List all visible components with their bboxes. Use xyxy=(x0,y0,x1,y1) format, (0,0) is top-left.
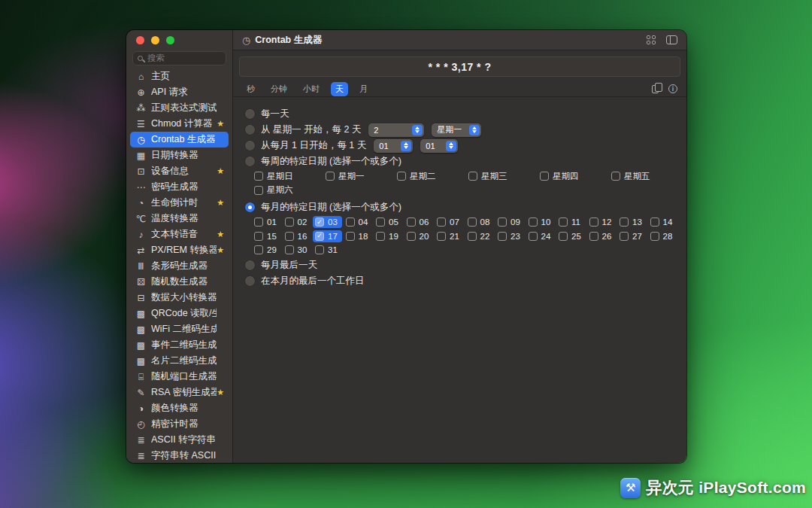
sidebar-item[interactable]: ⌸ 随机端口生成器 ★ xyxy=(130,369,229,385)
weekday-checkbox[interactable]: ✓星期日 xyxy=(254,169,326,184)
sidebar-toggle-icon[interactable] xyxy=(666,35,677,44)
date-checkbox[interactable]: ✓04 xyxy=(346,215,377,230)
date-checkbox[interactable]: ✓19 xyxy=(376,230,407,244)
day-interval-select[interactable]: 01 xyxy=(374,139,413,153)
sidebar-item[interactable]: ▦ 日期转换器 ★ xyxy=(130,148,229,163)
date-checkbox[interactable]: ✓15 xyxy=(254,230,285,244)
date-checkbox[interactable]: ✓30 xyxy=(285,243,316,257)
sidebar-item[interactable]: ≣ ASCII 转字符串 ★ xyxy=(130,432,229,448)
sidebar-item[interactable]: ⊡ 设备信息 ★ xyxy=(130,163,229,179)
date-checkbox[interactable]: ✓24 xyxy=(529,230,559,244)
option-month-interval[interactable]: 从每月 1 日开始，每 1 天 01 01 xyxy=(239,138,676,154)
minimize-button[interactable] xyxy=(151,36,159,44)
option-specific-dates[interactable]: 每月的特定日期 (选择一个或多个) xyxy=(239,199,676,215)
sidebar-item[interactable]: ▩ 事件二维码生成器 ★ xyxy=(130,337,229,353)
copy-icon[interactable] xyxy=(652,85,659,93)
weekday-checkbox[interactable]: ✓星期四 xyxy=(540,169,611,184)
date-checkbox[interactable]: ✓12 xyxy=(589,215,620,230)
close-button[interactable] xyxy=(136,36,144,44)
date-checkbox[interactable]: ✓16 xyxy=(285,230,316,244)
date-checkbox[interactable]: ✓27 xyxy=(620,230,650,244)
checkbox-icon: ✓ xyxy=(315,232,324,241)
option-last-workday[interactable]: 在本月的最后一个工作日 xyxy=(239,273,676,289)
sidebar-item-label: Crontab 生成器 xyxy=(151,133,215,146)
option-specific-weekdays[interactable]: 每周的特定日期 (选择一个或多个) xyxy=(239,154,676,169)
checkbox-icon: ✓ xyxy=(529,232,538,241)
sidebar-item[interactable]: Ⅲ 条形码生成器 ★ xyxy=(130,258,229,274)
sidebar-item[interactable]: ◷ Crontab 生成器 ★ xyxy=(130,132,229,148)
date-checkbox[interactable]: ✓17 xyxy=(315,230,346,244)
date-checkbox[interactable]: ✓08 xyxy=(468,215,498,230)
radio-last-workday[interactable] xyxy=(245,276,255,286)
weekday-checkbox[interactable]: ✓星期一 xyxy=(326,169,397,184)
radio-every-day[interactable] xyxy=(245,109,255,119)
date-checkbox[interactable]: ✓06 xyxy=(407,215,438,230)
radio-specific-weekdays[interactable] xyxy=(245,157,255,166)
tab[interactable]: 分钟 xyxy=(266,82,292,96)
date-checkbox[interactable]: ✓09 xyxy=(498,215,529,230)
sidebar-item[interactable]: ◑ 颜色转换器 ★ xyxy=(130,400,229,416)
tab[interactable]: 天 xyxy=(331,82,348,96)
sidebar-item[interactable]: ⇄ PX/REM 转换器 ★ xyxy=(130,242,229,258)
sidebar-item[interactable]: ☰ Chmod 计算器 ★ xyxy=(130,116,229,132)
sidebar-item[interactable]: ⚄ 随机数生成器 ★ xyxy=(130,274,229,290)
date-checkbox[interactable]: ✓25 xyxy=(559,230,589,244)
sidebar-item[interactable]: ◔ 生命倒计时 ★ xyxy=(130,195,229,211)
search-input[interactable]: 搜索 xyxy=(132,51,226,65)
radio-last-day[interactable] xyxy=(245,260,255,270)
option-every-day[interactable]: 每一天 xyxy=(239,106,676,122)
date-checkbox[interactable]: ✓03 xyxy=(315,215,346,230)
radio-week-interval[interactable] xyxy=(245,125,255,135)
tab[interactable]: 月 xyxy=(355,82,372,96)
sidebar-item[interactable]: ⊕ API 请求 ★ xyxy=(130,84,229,100)
sidebar-item[interactable]: ≣ 字符串转 ASCII ★ xyxy=(130,448,229,463)
sidebar-item[interactable]: ▩ WiFi 二维码生成器 ★ xyxy=(130,321,229,337)
sidebar-item[interactable]: ♪ 文本转语音 ★ xyxy=(130,227,229,242)
date-checkbox[interactable]: ✓11 xyxy=(559,215,589,230)
sidebar-item[interactable]: ✎ RSA 密钥生成器 ★ xyxy=(130,385,229,400)
tool-icon: ℃ xyxy=(134,214,148,224)
date-checkbox[interactable]: ✓20 xyxy=(407,230,438,244)
tab[interactable]: 秒 xyxy=(242,82,259,96)
date-checkbox[interactable]: ✓02 xyxy=(285,215,316,230)
date-checkbox[interactable]: ✓22 xyxy=(468,230,498,244)
tab[interactable]: 小时 xyxy=(298,82,324,96)
tool-icon: ⊕ xyxy=(134,87,148,98)
zoom-button[interactable] xyxy=(166,36,174,44)
info-icon[interactable]: i xyxy=(668,84,677,93)
weekday-checkbox[interactable]: ✓星期三 xyxy=(468,169,540,184)
weekday-checkbox[interactable]: ✓星期六 xyxy=(254,184,326,198)
date-checkbox[interactable]: ✓29 xyxy=(254,243,285,257)
sidebar-item[interactable]: ⋯ 密码生成器 ★ xyxy=(130,179,229,195)
date-checkbox[interactable]: ✓23 xyxy=(498,230,529,244)
sidebar-item[interactable]: ⌂ 主页 ★ xyxy=(130,68,229,84)
date-checkbox[interactable]: ✓26 xyxy=(589,230,620,244)
date-checkbox[interactable]: ✓14 xyxy=(650,215,681,230)
option-last-day[interactable]: 每月最后一天 xyxy=(239,257,676,273)
start-day-select[interactable]: 01 xyxy=(420,139,458,153)
option-week-interval[interactable]: 从 星期一 开始，每 2 天 2 星期一 xyxy=(239,122,676,138)
weekday-checkbox[interactable]: ✓星期五 xyxy=(611,169,683,184)
cron-expression[interactable]: * * * 3,17 * ? xyxy=(239,56,680,77)
apps-grid-icon[interactable] xyxy=(647,35,656,45)
weekday-select[interactable]: 星期一 xyxy=(432,123,481,137)
weekday-checkbox[interactable]: ✓星期二 xyxy=(397,169,468,184)
date-checkbox[interactable]: ✓21 xyxy=(437,230,468,244)
sidebar-item[interactable]: ◴ 精密计时器 ★ xyxy=(130,416,229,432)
date-checkbox[interactable]: ✓01 xyxy=(254,215,285,230)
date-checkbox[interactable]: ✓18 xyxy=(346,230,377,244)
date-checkbox[interactable]: ✓13 xyxy=(620,215,650,230)
sidebar-item[interactable]: ▩ 名片二维码生成器 ★ xyxy=(130,353,229,369)
date-checkbox[interactable]: ✓05 xyxy=(376,215,407,230)
radio-month-interval[interactable] xyxy=(245,141,255,151)
sidebar-item[interactable]: ⁂ 正则表达式测试 ★ xyxy=(130,100,229,116)
sidebar-item[interactable]: ⊟ 数据大小转换器 ★ xyxy=(130,290,229,306)
interval-select[interactable]: 2 xyxy=(368,123,424,137)
sidebar-item[interactable]: ▩ QRCode 读取/生成器 ★ xyxy=(130,306,229,321)
date-checkbox[interactable]: ✓10 xyxy=(529,215,559,230)
radio-specific-dates[interactable] xyxy=(245,202,255,212)
date-checkbox[interactable]: ✓31 xyxy=(315,243,346,257)
date-checkbox[interactable]: ✓07 xyxy=(437,215,468,230)
sidebar-item[interactable]: ℃ 温度转换器 ★ xyxy=(130,211,229,227)
date-checkbox[interactable]: ✓28 xyxy=(650,230,681,244)
